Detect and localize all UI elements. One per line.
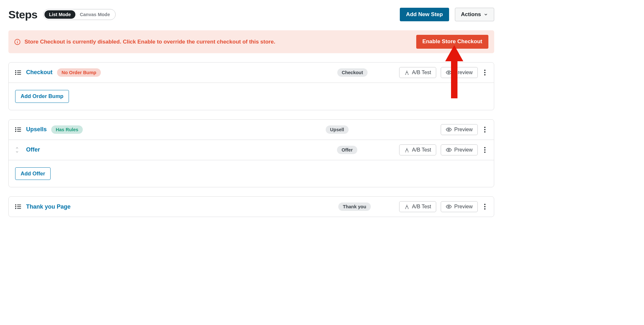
add-bump-row: Add Order Bump xyxy=(9,83,494,110)
preview-button[interactable]: Preview xyxy=(441,144,478,155)
preview-label: Preview xyxy=(454,127,473,133)
svg-point-10 xyxy=(15,127,16,128)
split-icon xyxy=(404,70,409,75)
ab-test-button[interactable]: A/B Test xyxy=(399,201,436,212)
ab-test-label: A/B Test xyxy=(412,204,431,210)
chevron-down-icon xyxy=(484,12,488,17)
more-menu-button[interactable] xyxy=(482,68,487,77)
ab-test-button[interactable]: A/B Test xyxy=(399,67,436,78)
banner-text: Store Checkout is currently disabled. Cl… xyxy=(24,39,412,45)
preview-button[interactable]: Preview xyxy=(441,201,478,212)
svg-point-11 xyxy=(15,129,16,130)
offer-row: Offer Offer A/B Test Preview xyxy=(9,140,494,160)
view-mode-toggle: List Mode Canvas Mode xyxy=(43,9,116,20)
preview-button[interactable]: Preview xyxy=(441,124,478,135)
type-badge-offer: Offer xyxy=(337,146,357,154)
step-card-thankyou: Thank you Page Thank you A/B Test Previe… xyxy=(8,196,494,217)
svg-point-5 xyxy=(15,74,16,74)
actions-label: Actions xyxy=(461,11,481,18)
more-menu-button[interactable] xyxy=(482,125,487,134)
eye-icon xyxy=(446,147,452,153)
sort-arrows[interactable] xyxy=(14,146,20,154)
preview-label: Preview xyxy=(454,147,473,153)
svg-point-9 xyxy=(448,72,450,74)
more-menu-button[interactable] xyxy=(482,202,487,212)
eye-icon xyxy=(446,70,452,75)
eye-icon xyxy=(446,127,452,133)
page-title: Steps xyxy=(8,8,37,21)
store-checkout-disabled-banner: Store Checkout is currently disabled. Cl… xyxy=(8,30,494,53)
type-badge-thankyou: Thank you xyxy=(338,202,371,211)
svg-point-16 xyxy=(448,129,450,130)
ab-test-label: A/B Test xyxy=(412,70,431,75)
svg-point-17 xyxy=(448,149,450,151)
step-title-link[interactable]: Upsells xyxy=(26,126,47,133)
drag-handle-icon[interactable] xyxy=(14,203,22,210)
svg-point-12 xyxy=(15,131,16,132)
preview-label: Preview xyxy=(454,204,473,210)
chevron-up-icon xyxy=(14,146,20,150)
eye-icon xyxy=(446,204,452,210)
drag-handle-icon[interactable] xyxy=(14,69,22,76)
page-header: Steps List Mode Canvas Mode Add New Step… xyxy=(8,8,494,21)
add-order-bump-button[interactable]: Add Order Bump xyxy=(15,90,69,103)
svg-point-18 xyxy=(15,205,16,205)
mode-canvas[interactable]: Canvas Mode xyxy=(75,10,114,19)
step-card-checkout: Checkout No Order Bump Checkout A/B Test… xyxy=(8,62,494,110)
ab-test-button[interactable]: A/B Test xyxy=(399,144,436,155)
drag-handle-icon[interactable] xyxy=(14,126,22,133)
info-icon xyxy=(14,39,21,45)
add-offer-row: Add Offer xyxy=(9,160,494,187)
type-badge-checkout: Checkout xyxy=(337,68,368,77)
step-title-link[interactable]: Checkout xyxy=(26,69,53,76)
step-row-thankyou: Thank you Page Thank you A/B Test Previe… xyxy=(9,197,494,217)
split-icon xyxy=(404,204,409,209)
add-offer-button[interactable]: Add Offer xyxy=(15,167,51,180)
more-menu-button[interactable] xyxy=(482,145,487,155)
step-row-checkout: Checkout No Order Bump Checkout A/B Test… xyxy=(9,63,494,83)
status-badge-has-rules: Has Rules xyxy=(51,125,83,134)
offer-title-link[interactable]: Offer xyxy=(26,146,40,153)
step-card-upsells: Upsells Has Rules Upsell Preview Offer O… xyxy=(8,119,494,188)
svg-point-20 xyxy=(15,208,16,209)
svg-point-19 xyxy=(15,206,16,207)
svg-point-24 xyxy=(448,206,450,208)
svg-point-2 xyxy=(17,40,18,41)
actions-button[interactable]: Actions xyxy=(455,8,494,21)
ab-test-label: A/B Test xyxy=(412,147,431,153)
enable-store-checkout-button[interactable]: Enable Store Checkout xyxy=(416,35,488,48)
status-badge-no-bump: No Order Bump xyxy=(57,68,101,77)
type-badge-upsell: Upsell xyxy=(326,125,349,134)
step-title-link[interactable]: Thank you Page xyxy=(26,203,71,210)
mode-list[interactable]: List Mode xyxy=(44,10,75,19)
chevron-down-icon xyxy=(14,150,20,154)
preview-label: Preview xyxy=(454,70,473,75)
svg-point-4 xyxy=(15,72,16,73)
split-icon xyxy=(404,147,409,153)
svg-point-3 xyxy=(15,70,16,71)
preview-button[interactable]: Preview xyxy=(441,67,478,78)
step-row-upsells: Upsells Has Rules Upsell Preview xyxy=(9,120,494,140)
add-new-step-button[interactable]: Add New Step xyxy=(400,8,449,21)
